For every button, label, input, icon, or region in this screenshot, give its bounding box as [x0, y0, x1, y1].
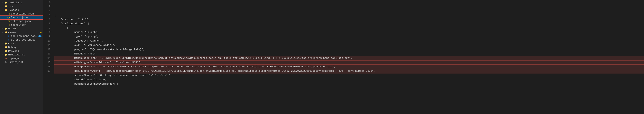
line-number: 13 [43, 52, 50, 56]
folder-icon: 📁 [4, 46, 8, 49]
sidebar-item-mxproject[interactable]: 🗎.mxproject [0, 60, 43, 64]
badge-dot [40, 32, 42, 33]
sidebar-label: .mxproject [8, 61, 43, 64]
sidebar-item-middlewares-folder[interactable]: 📁Middlewares [0, 53, 43, 56]
sidebar-item-launch-json[interactable]: {}launch.json [0, 16, 43, 20]
folder-icon: 📁 [4, 1, 8, 4]
sidebar-label: .vs [8, 5, 43, 8]
sidebar-label: Debug [8, 46, 43, 49]
cmake-icon: ⚙ [7, 38, 10, 41]
xml-icon: <> [4, 58, 8, 60]
sidebar-item-tasks-json[interactable]: {}tasks.json [0, 23, 43, 27]
sidebar-item-cproject[interactable]: <>.cproject [0, 56, 43, 60]
code-line: "type": "cppdbg", [54, 34, 644, 39]
code-line: "postRemoteConnectCommands": [ [54, 82, 644, 86]
folder-icon: 📁 [4, 5, 8, 8]
sidebar-label: build [8, 27, 43, 30]
code-line: "program": "${command:cmake.launchTarget… [54, 48, 644, 52]
code-line: "miDebuggerPath": "D:/STM32CubeIDE/STM32… [54, 56, 644, 60]
line-number: 11 [43, 43, 50, 48]
file-icon: 🗎 [4, 61, 8, 64]
sidebar-item-settings-json[interactable]: {}settings.json [0, 20, 43, 23]
code-line: { [54, 13, 644, 17]
sidebar-label: Middlewares [8, 53, 43, 56]
sidebar-label: cmake [8, 31, 40, 34]
sidebar: 📁.settings📁.vs📂.vscode{}extensions.json{… [0, 0, 43, 114]
sidebar-item-extensions-json[interactable]: {}extensions.json [0, 12, 43, 16]
sidebar-item-debug-folder[interactable]: 📁Debug [0, 46, 43, 49]
sidebar-label: extensions.json [11, 12, 43, 15]
badge: 1 [38, 35, 42, 37]
code-line: "cwd": "${workspaceFolder}", [54, 43, 644, 48]
line-number: 7 [43, 26, 50, 30]
json-icon: {} [7, 24, 10, 26]
line-number: 10 [43, 39, 50, 43]
sidebar-item-vscode-folder[interactable]: 📂.vscode [0, 8, 43, 12]
sidebar-item-gcc-cmake[interactable]: ⚙gcc-arm-none-eabi.cmake1 [0, 34, 43, 38]
code-line: "serverStarted": "Waiting for connection… [54, 73, 644, 78]
line-number: 9 [43, 34, 50, 39]
sidebar-item-st-project-cmake[interactable]: ⚙st-project.cmake [0, 38, 43, 42]
sidebar-label: Drivers [8, 50, 43, 52]
line-number: 16 [43, 65, 50, 69]
code-line: "miDebuggerServerAddress": "localhost:33… [54, 60, 644, 65]
json-icon: {} [7, 16, 10, 19]
sidebar-item-vs-folder[interactable]: 📁.vs [0, 4, 43, 8]
code-line: "debugServerArgs": "--stm2cubeprogrammer… [54, 69, 644, 73]
editor: 1234567891011121314151617 { "version": "… [43, 0, 644, 114]
code-line: "name": "Launch", [54, 30, 644, 34]
line-number: 2 [43, 4, 50, 8]
sidebar-label: .vscode [8, 8, 43, 12]
code-line: "request": "launch", [54, 39, 644, 43]
sidebar-item-build-folder[interactable]: 📁build [0, 27, 43, 30]
sidebar-label: gcc-arm-none-eabi.cmake [11, 35, 38, 38]
folder-icon: 📁 [4, 50, 8, 52]
sidebar-label: launch.json [11, 16, 43, 19]
json-icon: {} [7, 13, 10, 15]
line-number: 3 [43, 8, 50, 13]
sidebar-label: tasks.json [11, 24, 43, 26]
line-number: 6 [43, 22, 50, 26]
line-numbers: 1234567891011121314151617 [43, 0, 53, 114]
folder-icon: 📁 [4, 27, 8, 30]
code-line: "MIMode": "gdb", [54, 52, 644, 56]
sidebar-item-core-folder[interactable]: 📁Core [0, 42, 43, 46]
folder-icon: 📁 [4, 53, 8, 56]
code-line: "configurations": [ [54, 22, 644, 26]
code-line: { [54, 26, 644, 30]
sidebar-label: .cproject [8, 57, 43, 60]
code-line: "version": "0.2.0", [54, 17, 644, 22]
folder-icon: 📂 [4, 8, 8, 12]
line-number: 15 [43, 60, 50, 65]
sidebar-label: Core [8, 42, 43, 45]
folder-icon: 📂 [4, 31, 8, 34]
line-number: 8 [43, 30, 50, 34]
line-number: 4 [43, 13, 50, 17]
cmake-icon: ⚙ [7, 35, 10, 38]
json-icon: {} [7, 20, 10, 22]
sidebar-item-cmake-folder[interactable]: 📂cmake [0, 30, 43, 34]
line-number: 1 [43, 0, 50, 4]
line-number: 17 [43, 69, 50, 73]
line-number: 12 [43, 48, 50, 52]
code-line: "stopAtConnect": true, [54, 78, 644, 82]
sidebar-label: st-project.cmake [11, 38, 43, 41]
line-number: 14 [43, 56, 50, 60]
sidebar-item-settings-folder[interactable]: 📁.settings [0, 1, 43, 4]
code-content[interactable]: { "version": "0.2.0", "configurations": … [53, 0, 644, 114]
folder-icon: 📁 [4, 42, 8, 45]
line-number: 5 [43, 17, 50, 22]
sidebar-label: settings.json [11, 20, 43, 23]
sidebar-item-drivers-folder[interactable]: 📁Drivers [0, 49, 43, 53]
code-line: "debugServerPath": "D:/STM32CubeIDE/STM3… [54, 65, 644, 69]
sidebar-label: .settings [8, 1, 43, 4]
